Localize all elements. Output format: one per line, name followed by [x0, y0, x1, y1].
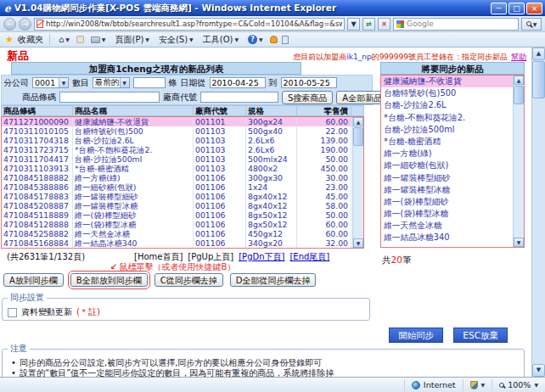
scroll-down-icon[interactable]: ▼ [353, 238, 363, 248]
sync-list-item[interactable]: 維一(袋)棒型細砂 [381, 196, 514, 208]
scroll-up-icon[interactable]: ▲ [353, 117, 363, 126]
action-button[interactable]: D全部從同步欄去掉 [230, 273, 317, 287]
sync-list-item[interactable]: 維一天然金冰糖 [381, 220, 514, 232]
qty-select[interactable]: 最前的 ▼ [93, 77, 130, 88]
table-row[interactable]: 4710845168884維一結晶冰糖340001106340gx2032.00 [2, 238, 363, 248]
address-dropdown-icon[interactable]: ▼ [347, 18, 360, 31]
table-row[interactable]: 4710845128888維一(袋)棒型冰糖0011068gx50x1260.0… [2, 220, 363, 229]
help-menu[interactable]: ? ▼ [245, 34, 266, 45]
address-input[interactable]: http://win2008/tw/btob/searchresult1.asp… [34, 18, 345, 31]
scroll-thumb[interactable] [514, 86, 524, 104]
table-cell: 台糖-沙拉油2.6L [73, 136, 194, 145]
messenger-icon[interactable] [270, 36, 278, 43]
sync-list-item[interactable]: 維一結晶冰糖340 [381, 232, 514, 244]
product-rows: 4711271000090健康減納鹽-不收退貨001101300gx2460.0… [1, 116, 364, 249]
notes-legend: 注意 [8, 343, 30, 355]
table-row[interactable]: 4710311704318台糖-沙拉油2.6L0011032.6Lx6139.0… [2, 136, 363, 145]
search-input[interactable]: Google [393, 18, 519, 31]
table-cell: 台糖特號砂(包)500 [73, 126, 194, 136]
print-dropdown-icon: ▼ [102, 36, 106, 42]
table-cell: 4710845128888 [2, 220, 73, 229]
data-update-checkbox[interactable] [8, 308, 17, 317]
window-title: V1.04購物網同步作業[X-POS 雲端商務網] - Windows Inte… [14, 3, 491, 14]
zoom-control[interactable]: 100% ▼ [492, 379, 545, 391]
safety-menu[interactable]: 安全(S) ▼ [156, 33, 196, 47]
home-button[interactable]: ⌂ ▼ [56, 34, 72, 45]
table-row[interactable]: 4710845118889維一(袋)棒型細砂0011068gx50x1250.0… [2, 210, 363, 220]
sync-list-item[interactable]: 維一細砂糖(包狀) [381, 160, 514, 171]
sync-list-item[interactable]: *台糖-不飽和葵花油2. [381, 112, 514, 124]
scroll-up-icon[interactable]: ▲ [514, 76, 524, 85]
sync-list-item[interactable]: *台糖-糖蜜酒精 [381, 136, 514, 148]
table-row[interactable]: 4710845388886維一細砂糖(包狀)0011061x2423.00 [2, 182, 363, 192]
table-row[interactable]: 4710311704417台糖-沙拉油500ml001103500mlx2450… [2, 154, 363, 164]
date-to-input[interactable] [281, 77, 337, 88]
sync-list-item[interactable]: 台糖-沙拉油500ml [381, 124, 514, 136]
branch-select[interactable]: 0001 ▼ [32, 77, 69, 88]
sync-list-scrollbar[interactable]: ▲ ▼ [513, 76, 524, 247]
sync-list-item[interactable]: 台糖-沙拉油2.6L [381, 99, 514, 111]
action-button[interactable]: C從同步欄去掉 [155, 273, 223, 287]
stop-icon[interactable]: × [378, 18, 390, 31]
action-button[interactable]: B全部放到同步欄 [70, 273, 148, 287]
table-cell: 50.00 [297, 210, 351, 220]
page-menu[interactable]: 頁面(P) ▼ [112, 33, 151, 47]
action-button[interactable]: A放到同步欄 [3, 273, 64, 287]
search-button[interactable]: ▼ [521, 18, 542, 31]
scroll-down-icon[interactable]: ▼ [532, 364, 545, 377]
protected-mode-indicator[interactable]: ▼ [463, 379, 492, 391]
page-error-icon [37, 20, 43, 28]
table-row[interactable]: 4710311010105台糖特號砂(包)500001103500gx4022.… [2, 126, 363, 136]
data-update-note: (＊註) [76, 306, 100, 318]
barcode-input[interactable] [59, 92, 160, 103]
search-products-button[interactable]: S搜索商品 [282, 91, 333, 104]
table-cell: 139.00 [297, 136, 351, 145]
vendor-label: 廠商代號 [163, 92, 197, 104]
forward-button[interactable]: → [19, 18, 31, 31]
sync-list-item[interactable]: 健康減納鹽-不收退貨 [381, 76, 514, 87]
table-row[interactable]: 4710845188882維一方糖(綠)001106300gx3030.00 [2, 173, 363, 182]
help-link[interactable]: 幫助 [511, 53, 526, 61]
column-header: 規格 [246, 106, 297, 115]
sync-list-item[interactable]: 維一(袋)棒型冰糖 [381, 208, 514, 220]
scroll-thumb[interactable] [532, 61, 545, 98]
sync-list-item[interactable]: 維一罐裝棒型冰糖 [381, 184, 514, 196]
back-button[interactable]: ← [3, 18, 16, 31]
esc-cancel-button[interactable]: ESC放棄 [453, 328, 508, 343]
table-row[interactable]: 4710845208887維一罐裝棒型冰糖0011068gx40x1258.00 [2, 201, 363, 210]
pagination-link[interactable]: [End尾頁] [289, 251, 329, 263]
table-row[interactable]: 4710845178883維一罐裝棒型細砂0011068gx40x1245.00 [2, 192, 363, 201]
minimize-button[interactable]: ─ [491, 3, 507, 14]
sync-list-item[interactable]: 台糖特號砂(包)500 [381, 87, 514, 99]
maximize-button[interactable]: □ [508, 3, 525, 14]
table-cell: 45.00 [297, 192, 351, 201]
sync-list-item[interactable]: 維一罐裝棒型細砂 [381, 172, 514, 184]
sync-list-item[interactable]: 維一方糖(綠) [381, 148, 514, 160]
table-cell: 001106 [194, 238, 246, 248]
table-cell: 58.00 [297, 201, 351, 210]
scroll-down-icon[interactable]: ▼ [514, 238, 524, 247]
refresh-icon[interactable]: ⇄ [362, 18, 375, 31]
table-row[interactable]: 4710311723715*台糖-不飽和葵花油2.0011032.6Lx6190… [2, 145, 363, 154]
feeds-icon[interactable] [76, 36, 84, 43]
table-scrollbar[interactable]: ▲ ▼ [352, 117, 363, 248]
table-row[interactable]: 4711271000090健康減納鹽-不收退貨001101300gx2460.0… [2, 117, 363, 126]
qty-input[interactable] [133, 77, 166, 88]
start-sync-button[interactable]: 開始同步 [389, 328, 443, 343]
protected-mode-dropdown-icon: ▼ [481, 382, 486, 388]
favorites-label[interactable]: 收藏夾 [18, 34, 43, 46]
close-button[interactable]: × [526, 3, 542, 14]
table-row[interactable]: 4710845258882維一天然金冰糖001106450gx1260.00 [2, 229, 363, 238]
scroll-up-icon[interactable]: ▲ [532, 48, 545, 60]
vendor-input[interactable] [200, 92, 278, 103]
print-button[interactable]: ▼ [88, 36, 109, 44]
product-table: 商品條碼商品名稱廠商代號規格零售價 4711271000090健康減納鹽-不收退… [1, 105, 364, 249]
date-from-input[interactable] [210, 77, 266, 88]
page-scrollbar[interactable]: ▲ ▼ [531, 48, 545, 377]
tools-menu[interactable]: 工具(O) ▼ [200, 33, 241, 47]
scroll-thumb[interactable] [353, 127, 363, 146]
pagination-link[interactable]: [PgDn下頁] [239, 251, 284, 263]
favorites-star-icon[interactable]: ★ [5, 34, 14, 45]
table-row[interactable]: 4710311103913*台糖-糖蜜酒精0011034800x2450.00 [2, 164, 363, 173]
notes-icon[interactable] [282, 36, 289, 44]
